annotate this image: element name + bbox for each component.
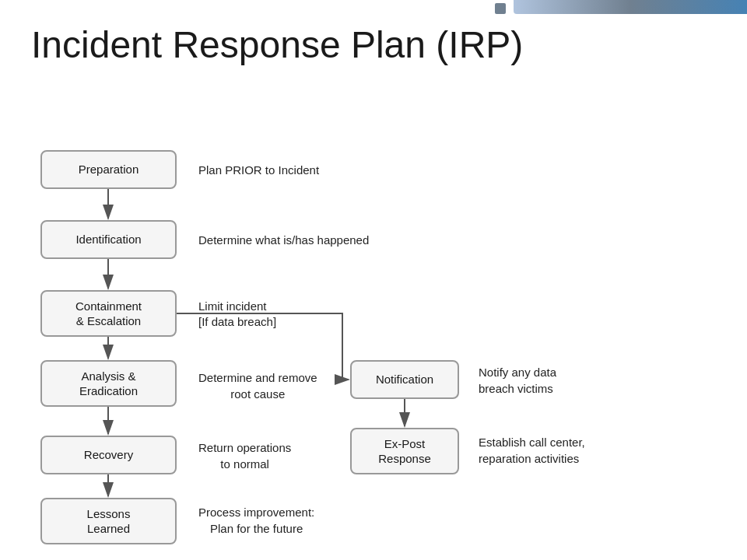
- recovery-box: Recovery: [40, 436, 177, 474]
- arrows-svg: [0, 0, 747, 560]
- lessons-box: LessonsLearned: [40, 498, 177, 544]
- desc-recovery-text: Return operationsto normal: [198, 441, 291, 471]
- desc-preparation: Plan PRIOR to Incident: [198, 162, 319, 178]
- desc-analysis: Determine and removeroot cause: [198, 369, 317, 402]
- expost-box: Ex-PostResponse: [350, 428, 459, 474]
- lessons-label: LessonsLearned: [87, 506, 131, 537]
- analysis-box: Analysis &Eradication: [40, 360, 177, 407]
- desc-identification: Determine what is/has happened: [198, 232, 369, 248]
- decorative-top-bar: [514, 0, 747, 14]
- desc-analysis-text: Determine and removeroot cause: [198, 371, 317, 401]
- preparation-box: Preparation: [40, 150, 177, 189]
- containment-label: Containment& Escalation: [75, 299, 142, 329]
- desc-expost: Establish call center,reparation activit…: [479, 434, 585, 467]
- decorative-dot: [495, 3, 506, 14]
- desc-containment-2: [If data breach]: [198, 313, 276, 330]
- containment-box: Containment& Escalation: [40, 290, 177, 337]
- desc-lessons: Process improvement:Plan for the future: [198, 504, 314, 537]
- page-title: Incident Response Plan (IRP): [31, 23, 523, 66]
- desc-recovery: Return operationsto normal: [198, 439, 291, 472]
- desc-expost-text: Establish call center,reparation activit…: [479, 436, 585, 465]
- notification-box: Notification: [350, 360, 459, 399]
- analysis-label: Analysis &Eradication: [79, 369, 138, 399]
- expost-label: Ex-PostResponse: [378, 436, 431, 467]
- identification-box: Identification: [40, 220, 177, 259]
- desc-lessons-text: Process improvement:Plan for the future: [198, 506, 314, 535]
- desc-notification-text: Notify any databreach victims: [479, 366, 556, 395]
- desc-notification: Notify any databreach victims: [479, 364, 556, 397]
- desc-containment-1: Limit incident: [198, 298, 267, 314]
